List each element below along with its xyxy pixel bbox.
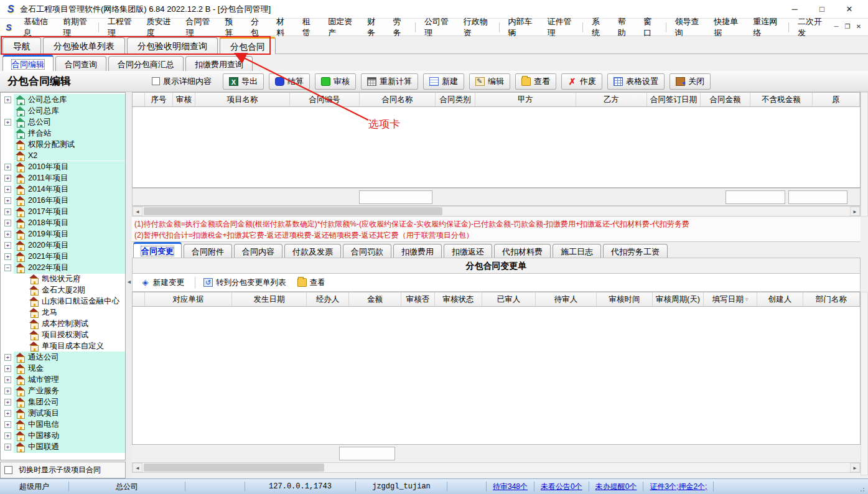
tree-item-山东港口航运金融中心[interactable]: 山东港口航运金融中心 (1, 296, 125, 307)
detail-tab-付款及发票[interactable]: 付款及发票 (284, 244, 341, 258)
tree-item-2019年项目[interactable]: +2019年项目 (1, 228, 125, 240)
expand-plus-icon[interactable]: + (4, 432, 11, 439)
column-header-合同签订日期[interactable]: 合同签订日期 (647, 93, 701, 106)
expand-plus-icon[interactable]: + (4, 421, 11, 428)
column-header-甲方[interactable]: 甲方 (475, 93, 576, 106)
changes-vscrollbar[interactable] (861, 292, 868, 475)
tree-item-单项目成本自定义[interactable]: 单项目成本自定义 (1, 340, 125, 352)
contracts-hscrollbar[interactable]: ◄ ► (132, 206, 861, 217)
tree-item-现金[interactable]: +现金 (1, 363, 125, 374)
expand-plus-icon[interactable]: + (4, 96, 11, 103)
expand-plus-icon[interactable]: + (4, 365, 11, 372)
toolbar-button-新建[interactable]: 新建 (423, 73, 464, 90)
toolbar-button-表格设置[interactable]: 表格设置 (607, 73, 665, 90)
column-header-审核[interactable]: 审核 (173, 93, 195, 106)
tree-item-2010年项目[interactable]: +2010年项目 (1, 161, 125, 172)
expand-plus-icon[interactable]: + (4, 208, 11, 215)
tree-item-公司总库[interactable]: 公司总库 (1, 105, 125, 116)
toolbar-button-查看[interactable]: 查看 (515, 73, 556, 90)
toolbar-button-结算[interactable]: 结算 (269, 73, 310, 90)
detail-tab-扣缴返还[interactable]: 扣缴返还 (444, 244, 492, 258)
column-header-序号[interactable]: 序号 (145, 93, 173, 106)
change-button-转到分包变更单列表[interactable]: 转到分包变更单列表 (199, 275, 291, 291)
contracts-table-body[interactable] (132, 107, 861, 188)
scroll-left-icon[interactable]: ◄ (133, 463, 142, 472)
column-header-已审人[interactable]: 已审人 (482, 292, 536, 306)
status-link-证件3个;押金2个;[interactable]: 证件3个;押金2个; (643, 482, 713, 492)
resize-grip-icon[interactable] (859, 485, 867, 493)
change-button-新建变更[interactable]: ◈新建变更 (136, 275, 189, 291)
tree-item-成本控制测试[interactable]: 成本控制测试 (1, 318, 125, 329)
sub-tab-合同编辑[interactable]: 合同编辑 (2, 55, 54, 71)
changes-hscrollbar[interactable]: ◄ ► (132, 462, 861, 473)
expand-plus-icon[interactable]: + (4, 175, 11, 182)
scroll-thumb[interactable] (144, 464, 324, 472)
column-header-项目名称[interactable]: 项目名称 (195, 93, 290, 106)
tree-item-X2[interactable]: X2 (1, 150, 125, 161)
tree-item-2017年项目[interactable]: +2017年项目 (1, 206, 125, 217)
expand-plus-icon[interactable]: + (4, 197, 11, 204)
tree-item-中国电信[interactable]: +中国电信 (1, 419, 125, 430)
expand-plus-icon[interactable]: + (4, 242, 11, 249)
mdi-restore-button[interactable]: ❐ (842, 22, 853, 33)
close-button[interactable]: ✕ (836, 1, 863, 18)
tree-item-龙马[interactable]: 龙马 (1, 307, 125, 318)
expand-plus-icon[interactable]: + (4, 220, 11, 226)
detail-tab-合同附件[interactable]: 合同附件 (184, 244, 232, 258)
column-header-审核周期(天)[interactable]: 审核周期(天) (653, 292, 704, 306)
tree-item-中国移动[interactable]: +中国移动 (1, 430, 125, 441)
scroll-right-icon[interactable]: ► (850, 207, 860, 216)
expand-plus-icon[interactable]: + (4, 444, 11, 450)
collapse-splitter-icon[interactable]: ◄ (126, 279, 132, 285)
expand-plus-icon[interactable]: + (4, 186, 11, 193)
sub-tab-合同查询[interactable]: 合同查询 (55, 56, 106, 71)
tree-item-总公司[interactable]: +总公司 (1, 116, 125, 128)
tree-item-2011年项目[interactable]: +2011年项目 (1, 172, 125, 184)
checkbox-icon[interactable] (4, 466, 12, 474)
toolbar-button-导出[interactable]: X导出 (223, 73, 264, 90)
mdi-close-button[interactable]: ✕ (853, 22, 864, 33)
column-header-经办人[interactable]: 经办人 (307, 292, 349, 306)
expand-plus-icon[interactable]: + (4, 410, 11, 417)
toolbar-button-审核[interactable]: 审核 (315, 73, 356, 90)
expand-plus-icon[interactable]: + (4, 119, 11, 126)
expand-plus-icon[interactable]: + (4, 388, 11, 394)
column-header-创建人[interactable]: 创建人 (757, 292, 803, 306)
collapse-minus-icon[interactable]: − (4, 264, 11, 271)
tree-item-通达公司[interactable]: +通达公司 (1, 352, 125, 363)
expand-plus-icon[interactable]: + (4, 253, 11, 260)
column-header-不含税金额[interactable]: 不含税金额 (750, 93, 813, 106)
column-header-乙方[interactable]: 乙方 (576, 93, 647, 106)
tree-item-2018年项目[interactable]: +2018年项目 (1, 217, 125, 228)
column-header-发生日期[interactable]: 发生日期 (232, 292, 307, 306)
doc-tab-导航[interactable]: 导航 (2, 37, 41, 54)
tree-item-集团公司[interactable]: +集团公司 (1, 396, 125, 408)
mdi-minimize-button[interactable]: ─ (831, 22, 842, 33)
tree-item-城市管理[interactable]: +城市管理 (1, 374, 125, 385)
column-header-部门名称[interactable]: 部门名称 (803, 292, 860, 306)
column-header-合同金额[interactable]: 合同金额 (701, 93, 750, 106)
column-header-合同名称[interactable]: 合同名称 (360, 93, 436, 106)
column-header-审核状态[interactable]: 审核状态 (435, 292, 482, 306)
column-header-合同编号[interactable]: 合同编号 (290, 93, 360, 106)
sub-tab-合同分包商汇总[interactable]: 合同分包商汇总 (108, 56, 184, 71)
expand-plus-icon[interactable]: + (4, 399, 11, 406)
status-link-待审348个[interactable]: 待审348个 (487, 482, 534, 492)
tree-item-2016年项目[interactable]: +2016年项目 (1, 195, 125, 206)
tree-item-2020年项目[interactable]: +2020年项目 (1, 240, 125, 251)
tree-item-产业服务[interactable]: +产业服务 (1, 385, 125, 396)
tree-item-金石大厦2期[interactable]: 金石大厦2期 (1, 284, 125, 296)
doc-tab-分包合同[interactable]: 分包合同 (220, 37, 276, 54)
show-detail-checkbox[interactable]: 展示详细内容 (152, 76, 212, 87)
column-header-待审人[interactable]: 待审人 (536, 292, 597, 306)
column-header-对应单据[interactable]: 对应单据 (145, 292, 232, 306)
column-header-填写日期[interactable]: 填写日期▿ (704, 292, 757, 306)
toolbar-button-关闭[interactable]: 关闭 (670, 73, 711, 90)
column-header-审核时间[interactable]: 审核时间 (597, 292, 653, 306)
expand-plus-icon[interactable]: + (4, 164, 11, 170)
detail-tab-扣缴费用[interactable]: 扣缴费用 (393, 244, 442, 258)
tree-item-公司总仓库[interactable]: +公司总仓库 (1, 94, 125, 105)
tree-item-拌合站[interactable]: 拌合站 (1, 128, 125, 139)
toolbar-button-作废[interactable]: ✗作废 (561, 73, 602, 90)
column-header-合同类别[interactable]: 合同类别 (436, 93, 475, 106)
